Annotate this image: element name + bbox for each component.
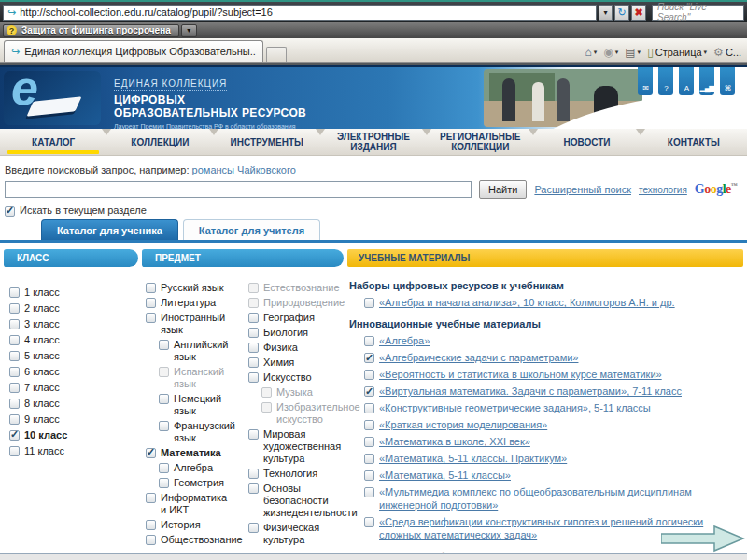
checkbox[interactable] <box>364 353 374 363</box>
nav-item-regional[interactable]: РЕГИОНАЛЬНЫЕ КОЛЛЕКЦИИ <box>427 129 533 155</box>
subject-checkbox-item[interactable]: Русский язык <box>146 282 235 294</box>
checkbox[interactable] <box>248 343 259 353</box>
checkbox[interactable] <box>146 313 156 323</box>
site-logo-icon[interactable]: e <box>4 71 101 125</box>
checkbox[interactable] <box>364 454 374 464</box>
subject-checkbox-item[interactable]: Иностранный язык <box>146 312 235 336</box>
subject-checkbox-item[interactable]: Французский язык <box>159 420 235 444</box>
font-size-icon[interactable]: A <box>679 67 694 95</box>
checkbox[interactable] <box>248 372 259 383</box>
subject-checkbox-item[interactable]: Физическая культура <box>248 522 344 546</box>
checkbox[interactable] <box>9 383 20 393</box>
nav-item-tools[interactable]: ИНСТРУМЕНТЫ <box>214 129 320 155</box>
subject-checkbox-item[interactable]: Биология <box>248 327 344 339</box>
checkbox[interactable] <box>364 517 374 527</box>
catalog-tab-teacher[interactable]: Каталог для учителя <box>183 219 320 240</box>
stats-icon[interactable]: ▂▄▆ <box>699 67 714 95</box>
checkbox[interactable] <box>159 478 169 488</box>
checkbox[interactable] <box>146 493 156 503</box>
subject-checkbox-item[interactable]: Мировая художественная культура <box>248 428 344 465</box>
nav-item-e-editions[interactable]: ЭЛЕКТРОННЫЕ ИЗДАНИЯ <box>320 129 427 155</box>
subject-checkbox-item[interactable]: Литература <box>146 297 235 309</box>
home-button[interactable]: ⌂ ▾ <box>585 46 598 59</box>
material-link[interactable]: «Вероятность и статистика в школьном кур… <box>379 368 662 381</box>
live-search-input[interactable]: Поиск "Live Search" <box>652 5 744 21</box>
catalog-tab-pupil[interactable]: Каталог для ученика <box>41 219 178 240</box>
class-checkbox-item[interactable]: 4 класс <box>9 331 138 347</box>
nav-item-catalog[interactable]: КАТАЛОГ <box>0 129 106 155</box>
address-field[interactable]: ↪ http://school-collection.edu.ru/catalo… <box>3 5 597 21</box>
advanced-search-link[interactable]: Расширенный поиск <box>534 184 631 195</box>
subject-checkbox-item[interactable]: Информатика и ИКТ <box>146 492 235 516</box>
checkbox[interactable] <box>9 319 20 329</box>
checkbox[interactable] <box>9 303 20 314</box>
stop-button[interactable]: ✖ <box>631 5 646 21</box>
subject-checkbox-item[interactable]: География <box>248 312 344 324</box>
checkbox[interactable] <box>248 357 259 368</box>
address-dropdown-button[interactable]: ▾ <box>599 5 613 21</box>
nav-item-contacts[interactable]: КОНТАКТЫ <box>641 129 747 155</box>
class-checkbox-item[interactable]: 5 класс <box>9 347 138 363</box>
tools-menu-button[interactable]: ⚙ С... <box>713 46 741 59</box>
find-button[interactable]: Найти <box>479 180 527 199</box>
checkbox[interactable] <box>146 535 156 545</box>
checkbox[interactable] <box>364 403 374 413</box>
sitemap-icon[interactable]: ⌘ <box>720 67 735 95</box>
subject-checkbox-item[interactable]: Искусство <box>248 371 344 384</box>
subject-checkbox-item[interactable]: Английский язык <box>159 339 235 363</box>
class-checkbox-item[interactable]: 6 класс <box>9 363 138 379</box>
checkbox[interactable] <box>159 340 169 350</box>
checkbox[interactable] <box>248 429 259 440</box>
print-button[interactable]: ▤ ▾ <box>625 46 641 59</box>
checkbox[interactable] <box>9 399 20 409</box>
material-link[interactable]: «Математика, 5-11 классы» <box>379 469 511 482</box>
subject-checkbox-item[interactable]: История <box>146 519 235 531</box>
checkbox[interactable] <box>146 520 156 530</box>
checkbox[interactable] <box>159 421 169 431</box>
checkbox[interactable] <box>9 351 20 361</box>
checkbox[interactable] <box>9 367 20 377</box>
scope-checkbox[interactable] <box>5 206 15 217</box>
checkbox[interactable] <box>146 448 156 458</box>
search-input[interactable] <box>5 181 472 198</box>
feeds-button[interactable]: ◉ ▾ <box>603 46 618 59</box>
technology-link[interactable]: технология <box>639 185 687 195</box>
subject-checkbox-item[interactable]: Немецкий язык <box>159 393 235 417</box>
checkbox[interactable] <box>364 370 374 380</box>
class-checkbox-item[interactable]: 7 класс <box>9 379 138 395</box>
scope-checkbox-row[interactable]: Искать в текущем разделе <box>5 204 747 216</box>
checkbox[interactable] <box>248 328 259 338</box>
subject-checkbox-item[interactable]: Алгебра <box>159 462 235 474</box>
class-checkbox-item[interactable]: 1 класс <box>9 284 138 300</box>
checkbox[interactable] <box>248 483 259 494</box>
material-link[interactable]: «Виртуальная математика. Задачи с параме… <box>379 385 682 398</box>
material-link[interactable]: «Мультимедиа комплекс по общеобразовател… <box>379 485 743 511</box>
subject-checkbox-item[interactable]: Основы безопасности жизнедеятельности <box>248 483 344 519</box>
checkbox[interactable] <box>159 463 169 473</box>
mail-icon[interactable]: ✉ <box>638 67 653 95</box>
material-link[interactable]: «Алгебра» <box>379 334 430 347</box>
checkbox[interactable] <box>364 386 374 397</box>
new-tab-stub[interactable] <box>266 47 287 62</box>
checkbox[interactable] <box>9 414 20 425</box>
checkbox[interactable] <box>159 394 169 404</box>
subject-checkbox-item[interactable]: Геометрия <box>159 477 235 489</box>
checkbox[interactable] <box>248 469 259 479</box>
checkbox[interactable] <box>364 437 374 447</box>
checkbox[interactable] <box>364 470 374 481</box>
phishing-warning-chip[interactable]: ? Защита от фишинга просрочена <box>3 24 179 37</box>
checkbox[interactable] <box>9 335 20 345</box>
checkbox[interactable] <box>248 523 259 533</box>
checkbox[interactable] <box>146 283 156 293</box>
class-checkbox-item[interactable]: 10 класс <box>9 427 138 442</box>
subject-checkbox-item[interactable]: Обществознание <box>146 534 235 546</box>
class-checkbox-item[interactable]: 9 класс <box>9 411 138 427</box>
class-checkbox-item[interactable]: 3 класс <box>9 315 138 331</box>
checkbox[interactable] <box>364 487 374 497</box>
nav-item-collections[interactable]: КОЛЛЕКЦИИ <box>106 129 213 155</box>
checkbox[interactable] <box>364 298 374 308</box>
material-link[interactable]: «Математика, 5-11 классы. Практикум» <box>379 452 567 465</box>
checkbox[interactable] <box>9 430 20 441</box>
class-checkbox-item[interactable]: 11 класс <box>9 442 138 458</box>
search-hint-link[interactable]: романсы Чайковского <box>192 164 296 175</box>
